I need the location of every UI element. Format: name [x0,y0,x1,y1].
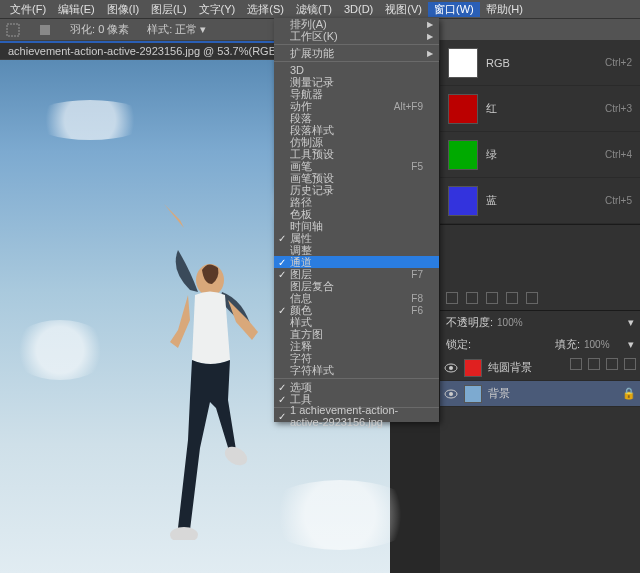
channel-name: 绿 [486,147,605,162]
channel-name: RGB [486,57,605,69]
menu-3[interactable]: 图层(L) [145,2,192,17]
menu-item[interactable]: 工作区(K) [274,30,439,42]
svg-point-6 [449,366,453,370]
panel-icon[interactable] [570,358,582,370]
feather-label: 羽化: 0 像素 [70,22,129,37]
layer-name: 纯圆背景 [488,360,532,375]
menu-8[interactable]: 视图(V) [379,2,428,17]
svg-rect-1 [40,25,50,35]
window-menu-dropdown[interactable]: 排列(A)工作区(K)扩展功能3D测量记录导航器动作Alt+F9段落段落样式仿制… [274,18,439,422]
channel-shortcut: Ctrl+2 [605,57,632,68]
panel-icon[interactable] [588,358,600,370]
svg-rect-0 [7,24,19,36]
menu-item[interactable]: 字符样式 [274,364,439,376]
marquee-tool-icon[interactable] [6,23,20,37]
menu-0[interactable]: 文件(F) [4,2,52,17]
layer-thumb [464,385,482,403]
opacity-label: 不透明度: [446,315,493,330]
svg-point-4 [222,443,251,469]
menu-item[interactable]: 扩展功能 [274,47,439,59]
channel-row[interactable]: 红Ctrl+3 [440,86,640,132]
channel-name: 红 [486,101,605,116]
visibility-icon[interactable] [444,387,458,401]
menu-6[interactable]: 滤镜(T) [290,2,338,17]
panel-icon[interactable] [606,358,618,370]
style-label: 样式: 正常 ▾ [147,22,206,37]
opacity-input[interactable] [497,317,537,328]
layer-thumb [464,359,482,377]
channel-name: 蓝 [486,193,605,208]
channel-row[interactable]: 绿Ctrl+4 [440,132,640,178]
marquee-mode-icon[interactable] [38,23,52,37]
visibility-icon[interactable] [444,361,458,375]
menu-5[interactable]: 选择(S) [241,2,290,17]
layers-filter-bar [440,285,640,311]
fill-input[interactable] [584,339,624,350]
channel-row[interactable]: 蓝Ctrl+5 [440,178,640,224]
filter-adjust-icon[interactable] [466,292,478,304]
layer-row[interactable]: 背景🔒 [440,381,640,407]
filter-smart-icon[interactable] [526,292,538,304]
panel-icon[interactable] [624,358,636,370]
channel-swatch [448,186,478,216]
channel-shortcut: Ctrl+3 [605,103,632,114]
svg-point-3 [170,527,198,540]
channel-shortcut: Ctrl+4 [605,149,632,160]
menu-item[interactable]: 1 achievement-action-active-2923156.jpg [274,410,439,422]
channel-swatch [448,48,478,78]
fill-label: 填充: [555,337,580,352]
channel-swatch [448,94,478,124]
channel-shortcut: Ctrl+5 [605,195,632,206]
channel-swatch [448,140,478,170]
svg-point-8 [449,392,453,396]
channel-row[interactable]: RGBCtrl+2 [440,40,640,86]
menu-10[interactable]: 帮助(H) [480,2,529,17]
menu-1[interactable]: 编辑(E) [52,2,101,17]
document-tab-title: achievement-action-active-2923156.jpg @ … [8,45,296,57]
person-image [140,200,280,540]
lock-label: 锁定: [446,337,471,352]
document-tab[interactable]: achievement-action-active-2923156.jpg @ … [0,41,317,59]
lock-icon: 🔒 [622,387,636,400]
filter-shape-icon[interactable] [506,292,518,304]
layer-name: 背景 [488,386,510,401]
menu-2[interactable]: 图像(I) [101,2,145,17]
menu-4[interactable]: 文字(Y) [193,2,242,17]
menu-9[interactable]: 窗口(W) [428,2,480,17]
menu-7[interactable]: 3D(D) [338,3,379,15]
filter-pixel-icon[interactable] [446,292,458,304]
filter-text-icon[interactable] [486,292,498,304]
